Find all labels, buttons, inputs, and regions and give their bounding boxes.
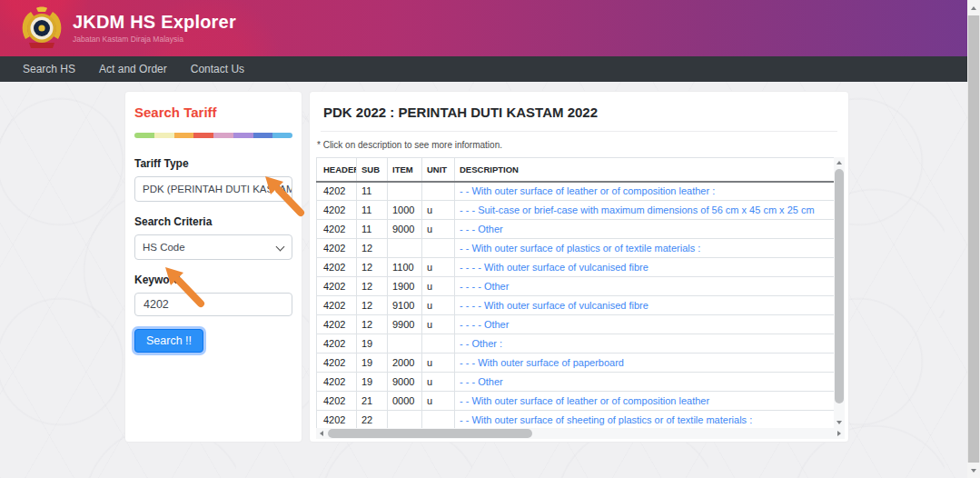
scroll-up-button[interactable] [834, 157, 845, 168]
results-table: HEADER SUB ITEM UNIT DESCRIPTION 420211-… [316, 157, 834, 428]
code-cell: 4202 [317, 296, 357, 315]
nav-item-act-and-order[interactable]: Act and Order [99, 63, 167, 75]
description-cell[interactable]: - - With outer surface of sheeting of pl… [455, 411, 835, 429]
nav-item-search-hs[interactable]: Search HS [23, 63, 75, 75]
description-cell[interactable]: - - - Suit-case or brief-case with maxim… [455, 201, 835, 220]
table-row: 4202199000u- - - Other [317, 373, 835, 392]
triangle-right-icon [837, 431, 841, 436]
results-table-container: HEADER SUB ITEM UNIT DESCRIPTION 420211-… [316, 157, 845, 439]
description-cell[interactable]: - - - Other [455, 220, 835, 239]
code-cell: 19 [357, 354, 388, 373]
code-cell: u [422, 277, 455, 296]
table-row: 4202121100u- - - - With outer surface of… [317, 258, 835, 277]
table-row: 4202119000u- - - Other [317, 220, 835, 239]
rainbow-segment [272, 133, 292, 138]
table-row: 4202121900u- - - - Other [317, 277, 835, 296]
code-cell: 9000 [388, 220, 422, 239]
code-cell [388, 411, 422, 429]
nav-item-contact-us[interactable]: Contact Us [191, 63, 244, 75]
code-cell: 4202 [317, 411, 357, 429]
description-cell[interactable]: - - - With outer surface of paperboard [455, 354, 835, 373]
code-cell: u [422, 296, 455, 315]
table-row: 4202129900u- - - - Other [317, 315, 835, 334]
rainbow-segment [134, 133, 154, 138]
description-cell[interactable]: - - - - Other [455, 315, 835, 334]
code-cell: 1100 [388, 258, 422, 277]
code-cell: 4202 [317, 277, 357, 296]
code-cell: u [422, 201, 455, 220]
horizontal-scrollbar-thumb[interactable] [328, 429, 532, 438]
app-subtitle: Jabatan Kastam Diraja Malaysia [73, 35, 236, 44]
scroll-left-button[interactable] [316, 428, 327, 439]
app-title: JKDM HS Explorer [73, 12, 236, 33]
code-cell: 21 [357, 392, 388, 411]
description-cell[interactable]: - - - - With outer surface of vulcanised… [455, 296, 835, 315]
code-cell [422, 411, 455, 429]
page-scroll-up-button[interactable] [967, 0, 980, 15]
table-row: 420212- - With outer surface of plastics… [317, 239, 835, 258]
code-cell: 12 [357, 315, 388, 334]
table-vertical-scrollbar [834, 157, 845, 428]
scroll-right-button[interactable] [834, 428, 845, 439]
page-scroll-down-button[interactable] [967, 463, 980, 478]
code-cell: 9000 [388, 373, 422, 392]
scroll-down-button[interactable] [834, 417, 845, 428]
description-cell[interactable]: - - Other : [455, 334, 835, 354]
search-criteria-label: Search Criteria [134, 215, 292, 228]
keyword-input[interactable] [134, 293, 292, 316]
tariff-type-select[interactable]: PDK (PERINTAH DUTI KASTAM) [134, 176, 292, 202]
code-cell: 4202 [317, 239, 357, 258]
column-header-unit: UNIT [422, 158, 455, 182]
brand: JKDM HS Explorer Jabatan Kastam Diraja M… [73, 12, 236, 44]
search-tariff-panel: Search Tariff Tariff Type PDK (PERINTAH … [124, 91, 302, 443]
page-scrollbar-thumb[interactable] [968, 15, 979, 463]
code-cell: 4202 [317, 315, 357, 334]
description-cell[interactable]: - - With outer surface of leather or of … [455, 182, 835, 201]
keyword-label: Keyword [134, 274, 292, 286]
description-cell[interactable]: - - - - With outer surface of vulcanised… [455, 258, 835, 277]
code-cell: u [422, 258, 455, 277]
code-cell: 1900 [388, 277, 422, 296]
code-cell [388, 239, 422, 258]
search-button[interactable]: Search !! [134, 329, 203, 353]
code-cell: 11 [357, 201, 388, 220]
description-cell[interactable]: - - - - Other [455, 277, 835, 296]
table-row: 420219- - Other : [317, 334, 835, 354]
customs-crest-logo-icon [18, 5, 65, 52]
code-cell: 19 [357, 373, 388, 392]
table-row: 420211- - With outer surface of leather … [317, 182, 835, 201]
code-cell: 4202 [317, 392, 357, 411]
vertical-scrollbar-thumb[interactable] [835, 169, 844, 403]
code-cell [422, 182, 455, 201]
tariff-type-label: Tariff Type [134, 157, 292, 170]
column-header-description: DESCRIPTION [455, 158, 835, 182]
code-cell [422, 239, 455, 258]
code-cell: u [422, 315, 455, 334]
rainbow-segment [174, 133, 194, 138]
description-cell[interactable]: - - With outer surface of leather or of … [455, 392, 835, 411]
code-cell [388, 182, 422, 201]
code-cell: 2000 [388, 354, 422, 373]
triangle-down-icon [971, 469, 976, 473]
rainbow-segment [154, 133, 174, 138]
description-cell[interactable]: - - With outer surface of plastics or of… [455, 239, 835, 258]
code-cell: 4202 [317, 354, 357, 373]
column-header-item: ITEM [388, 158, 422, 182]
code-cell [422, 334, 455, 354]
code-cell: 4202 [317, 334, 357, 354]
code-cell: 11 [357, 220, 388, 239]
code-cell: 1000 [388, 201, 422, 220]
results-panel: PDK 2022 : PERINTAH DUTI KASTAM 2022 * C… [309, 91, 849, 443]
code-cell: u [422, 220, 455, 239]
search-criteria-select[interactable]: HS Code [134, 234, 292, 260]
table-horizontal-scrollbar [316, 428, 845, 439]
code-cell: 4202 [317, 258, 357, 277]
page: JKDM HS Explorer Jabatan Kastam Diraja M… [0, 0, 980, 478]
rainbow-segment [193, 133, 213, 138]
code-cell: 12 [357, 277, 388, 296]
table-row: 4202192000u- - - With outer surface of p… [317, 354, 835, 373]
rainbow-segment [233, 133, 253, 138]
code-cell: 4202 [317, 182, 357, 201]
chevron-down-icon [276, 243, 285, 252]
description-cell[interactable]: - - - Other [455, 373, 835, 392]
